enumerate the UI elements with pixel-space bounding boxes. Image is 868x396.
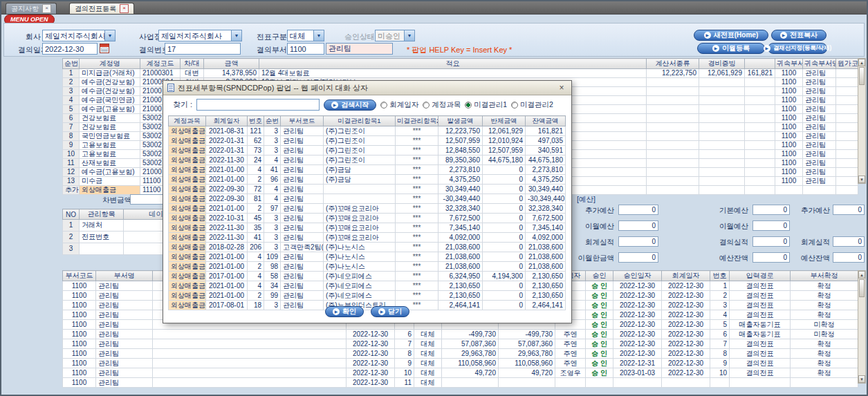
cell[interactable]: 96 [264,175,281,185]
cell[interactable]: 1100 [63,378,96,388]
cell[interactable]: 2021-01-00 [206,262,248,272]
cell[interactable]: 10 [395,368,414,378]
cell[interactable]: *** [396,243,438,252]
cell[interactable]: 2022-12-30 [613,310,662,320]
cell[interactable]: 49,720 [499,368,555,378]
cell[interactable]: 4 [264,185,281,194]
cell[interactable]: 44,675,180 [483,155,526,165]
cell[interactable]: 5 [710,320,730,330]
cell[interactable]: 1100 [775,141,803,150]
cell[interactable]: 21,038,600 [438,252,483,262]
cell[interactable]: 관리팀 [281,281,324,291]
cell[interactable]: *** [396,233,438,243]
cell[interactable]: -499,730 [442,330,499,339]
cell[interactable]: 매출자동기표 [730,330,791,339]
cell[interactable] [699,186,745,195]
cell[interactable] [745,141,775,150]
cell[interactable]: 관리팀 [803,132,836,141]
column-header[interactable]: 귀속부서명 [803,59,836,69]
cell[interactable]: 4 [264,194,281,204]
column-header[interactable]: NO [63,209,80,220]
cell[interactable]: 외상매출금 [169,175,206,185]
cell[interactable]: 외상매출금 [169,272,206,281]
cell[interactable]: 44,675,180 [526,155,566,165]
budget-value[interactable] [833,236,865,247]
cell[interactable] [745,177,775,186]
table-row[interactable]: 외상매출금2022-01-31733관리팀(주)그린조이***12,848,55… [169,146,566,155]
cell[interactable]: 12 [63,168,80,177]
column-header[interactable]: 부서명 [96,271,153,281]
table-row[interactable]: 외상매출금2021-01-00299관리팀(주)네오피에스***2,130,65… [169,291,566,301]
cell[interactable] [647,159,699,168]
cell[interactable]: 관리팀 [281,214,324,223]
cell[interactable] [836,168,858,177]
cell[interactable]: *** [396,194,438,204]
column-header[interactable]: 발생금액 [438,116,483,126]
cell[interactable] [745,78,775,87]
cell[interactable] [153,339,347,349]
cell[interactable]: 관리팀 [803,105,836,114]
cell[interactable]: 21000301 [140,69,181,78]
cell[interactable]: (주)그린조이 [324,146,396,155]
cell[interactable]: 7,672,500 [526,214,566,223]
cell[interactable]: 21,038,600 [526,243,566,252]
tab-slip-entry[interactable]: 결의전표등록 × [69,3,134,14]
cell[interactable]: 1100 [63,301,96,310]
cell[interactable]: 2022-11-30 [206,155,248,165]
cell[interactable] [745,114,775,123]
cell[interactable]: 외상매출금 [169,155,206,165]
cell[interactable]: 4 [248,165,264,175]
cell[interactable] [836,177,858,186]
cell[interactable]: 7 [710,339,730,349]
cell[interactable]: 승 인 [586,339,613,349]
cell[interactable]: 관리팀 [803,78,836,87]
column-header[interactable]: 회계일자 [662,271,710,281]
column-header[interactable]: 귀속부서 [775,59,803,69]
bizplace-select[interactable]: 제일저지주식회사 ▼ [158,30,242,41]
cell[interactable]: 1100 [63,330,96,339]
cell[interactable]: 2022-12-30 [662,339,710,349]
cell[interactable]: 2022-12-30 [613,330,662,339]
cell[interactable] [647,87,699,96]
cell[interactable]: 73 [248,146,264,155]
cell[interactable]: 대체 [414,330,442,339]
cell[interactable]: (주)네오피에스 [324,291,396,301]
cell[interactable]: 29,963,780 [499,349,555,359]
chevron-down-icon[interactable]: ▼ [404,30,414,41]
cell[interactable]: 관리팀 [281,136,324,146]
cell[interactable]: 0 [483,281,526,291]
cell[interactable]: 340,591 [526,146,566,155]
column-header[interactable]: 순번 [264,116,281,126]
cell[interactable]: 10 [710,368,730,378]
budget-value[interactable] [618,220,658,231]
cell[interactable]: 대체 [414,339,442,349]
cell[interactable]: 1100 [775,159,803,168]
cell[interactable]: 32,328,340 [526,204,566,214]
cell[interactable]: 2022-12-30 [613,291,662,301]
cell[interactable]: 외상매출금 [169,233,206,243]
cell[interactable]: 161,821 [526,126,566,136]
cell[interactable]: 2022-12-30 [662,368,710,378]
cell[interactable]: 고용보험료 [80,141,140,150]
column-header[interactable]: 부서코드 [63,271,96,281]
cell[interactable]: 2022-01-31 [206,146,248,155]
cell[interactable] [647,177,699,186]
cell[interactable]: 승 인 [586,359,613,368]
table-row[interactable]: 외상매출금2022-11-30413관리팀(주)꼬매요코리아***4,092,0… [169,233,566,243]
cell[interactable] [836,69,858,78]
cell[interactable]: 4,194,300 [483,272,526,281]
cell[interactable]: 2 [710,291,730,301]
cell[interactable]: 주엔 [555,359,586,368]
cell[interactable]: *** [396,185,438,194]
cell[interactable]: 확정 [791,359,858,368]
cell[interactable]: 2021-01-00 [206,165,248,175]
cell[interactable]: 2022-11-30 [206,233,248,243]
cell[interactable]: 2022-12-30 [662,349,710,359]
cell[interactable]: (주)나노시스 [324,252,396,262]
cell[interactable] [836,87,858,96]
cell[interactable] [745,159,775,168]
cell[interactable]: 3 [264,136,281,146]
cell[interactable]: 1100 [775,96,803,105]
cell[interactable]: 승 인 [586,368,613,378]
radio-account-subject[interactable]: 계정과목 [423,100,461,110]
